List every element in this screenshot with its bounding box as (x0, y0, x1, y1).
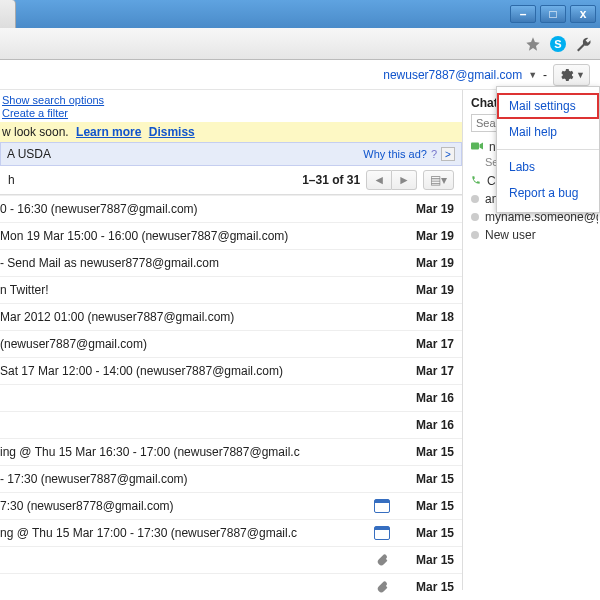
bookmark-star-icon[interactable] (524, 35, 542, 53)
mail-list: 0 - 16:30 (newuser7887@gmail.com)Mar 19M… (0, 195, 462, 600)
ad-collapse-icon[interactable]: > (441, 147, 455, 161)
mail-subject: Sat 17 Mar 12:00 - 14:00 (newuser7887@gm… (0, 364, 366, 378)
mail-row[interactable]: Mon 19 Mar 15:00 - 16:00 (newuser7887@gm… (0, 223, 462, 250)
mail-date: Mar 19 (398, 202, 454, 216)
phone-icon (471, 174, 481, 188)
mail-row[interactable]: 0 - 16:30 (newuser7887@gmail.com)Mar 19 (0, 196, 462, 223)
mail-row[interactable]: Mar 16 (0, 412, 462, 439)
why-this-ad[interactable]: Why this ad?? > (363, 147, 455, 161)
menu-labs[interactable]: Labs (497, 154, 599, 180)
ad-banner: A USDA Why this ad?? > (0, 142, 462, 166)
learn-more-link[interactable]: Learn more (76, 125, 141, 139)
svg-rect-0 (471, 143, 479, 150)
dash: - (543, 68, 547, 82)
mail-subject: - Send Mail as newuser8778@gmail.com (0, 256, 366, 270)
settings-menu: Mail settings Mail help Labs Report a bu… (496, 86, 600, 213)
mail-row[interactable]: 7:30 (newuser8778@gmail.com)Mar 15 (0, 493, 462, 520)
window-controls: – □ x (0, 0, 600, 28)
next-page-button[interactable]: ► (392, 170, 417, 190)
wrench-icon[interactable] (574, 35, 592, 53)
mail-date: Mar 19 (398, 229, 454, 243)
mail-subject: ing @ Thu 15 Mar 16:30 - 17:00 (newuser7… (0, 445, 366, 459)
mail-date: Mar 19 (398, 256, 454, 270)
header-left-button[interactable]: h (8, 173, 296, 187)
menu-mail-help[interactable]: Mail help (497, 119, 599, 145)
calendar-icon (374, 526, 390, 540)
menu-report-bug[interactable]: Report a bug (497, 180, 599, 206)
settings-gear-button[interactable]: ▼ (553, 64, 590, 86)
attachment-icon (374, 553, 390, 567)
mail-list-header: h 1–31 of 31 ◄ ► ▤▾ (0, 166, 462, 195)
browser-toolbar: S (0, 28, 600, 60)
status-dot-icon (471, 213, 479, 221)
account-dropdown-arrow-icon[interactable]: ▼ (528, 70, 537, 80)
question-icon: ? (431, 148, 437, 160)
mail-row[interactable]: ng @ Thu 15 Mar 17:00 - 17:30 (newuser78… (0, 520, 462, 547)
mail-date: Mar 19 (398, 283, 454, 297)
chat-contact[interactable]: New user (471, 226, 598, 244)
mail-date: Mar 16 (398, 391, 454, 405)
mail-row[interactable]: - Send Mail as newuser8778@gmail.comMar … (0, 250, 462, 277)
mail-subject: n Twitter! (0, 283, 366, 297)
mail-row[interactable]: Mar 2012 01:00 (newuser7887@gmail.com)Ma… (0, 304, 462, 331)
create-filter-link[interactable]: Create a filter (2, 107, 462, 120)
mail-date: Mar 16 (398, 418, 454, 432)
mail-subject: 0 - 16:30 (newuser7887@gmail.com) (0, 202, 366, 216)
mail-row[interactable]: Sat 17 Mar 12:00 - 14:00 (newuser7887@gm… (0, 358, 462, 385)
mail-row[interactable]: n Twitter!Mar 19 (0, 277, 462, 304)
maximize-button[interactable]: □ (540, 5, 566, 23)
search-options-links: Show search options Create a filter (0, 90, 462, 122)
mail-date: Mar 15 (398, 580, 454, 594)
mail-row[interactable]: Mar 16 (0, 385, 462, 412)
menu-mail-settings[interactable]: Mail settings (497, 93, 599, 119)
attachment-icon (374, 580, 390, 594)
new-look-banner: w look soon. Learn more Dismiss (0, 122, 462, 142)
dismiss-link[interactable]: Dismiss (149, 125, 195, 139)
minimize-button[interactable]: – (510, 5, 536, 23)
mail-row[interactable]: - 17:30 (newuser7887@gmail.com)Mar 15 (0, 466, 462, 493)
calendar-icon (374, 499, 390, 513)
mail-subject: Mar 2012 01:00 (newuser7887@gmail.com) (0, 310, 366, 324)
mail-date: Mar 17 (398, 364, 454, 378)
mail-date: Mar 15 (398, 499, 454, 513)
mail-date: Mar 18 (398, 310, 454, 324)
mail-subject: Mon 19 Mar 15:00 - 16:00 (newuser7887@gm… (0, 229, 366, 243)
skype-icon[interactable]: S (550, 36, 566, 52)
mail-row[interactable]: ing @ Thu 15 Mar 16:30 - 17:00 (newuser7… (0, 439, 462, 466)
mail-subject: (newuser7887@gmail.com) (0, 337, 366, 351)
mail-subject: ng @ Thu 15 Mar 17:00 - 17:30 (newuser78… (0, 526, 366, 540)
ad-text[interactable]: A USDA (7, 147, 51, 161)
mail-counter: 1–31 of 31 (302, 173, 360, 187)
menu-divider (497, 149, 599, 150)
mail-date: Mar 15 (398, 445, 454, 459)
close-button[interactable]: x (570, 5, 596, 23)
status-dot-icon (471, 195, 479, 203)
mail-date: Mar 15 (398, 553, 454, 567)
account-email[interactable]: newuser7887@gmail.com (383, 68, 522, 82)
mail-date: Mar 15 (398, 472, 454, 486)
status-dot-icon (471, 231, 479, 239)
mail-date: Mar 15 (398, 526, 454, 540)
new-look-text: w look soon. (2, 125, 69, 139)
view-density-button[interactable]: ▤▾ (423, 170, 454, 190)
mail-date: Mar 17 (398, 337, 454, 351)
show-search-options-link[interactable]: Show search options (2, 94, 462, 107)
camera-icon (471, 140, 483, 154)
mail-row[interactable]: Mar 15 (0, 547, 462, 574)
mail-row[interactable]: Mar 15 (0, 574, 462, 600)
mail-row[interactable]: (newuser7887@gmail.com)Mar 17 (0, 331, 462, 358)
mail-subject: - 17:30 (newuser7887@gmail.com) (0, 472, 366, 486)
mail-subject: 7:30 (newuser8778@gmail.com) (0, 499, 366, 513)
prev-page-button[interactable]: ◄ (366, 170, 392, 190)
